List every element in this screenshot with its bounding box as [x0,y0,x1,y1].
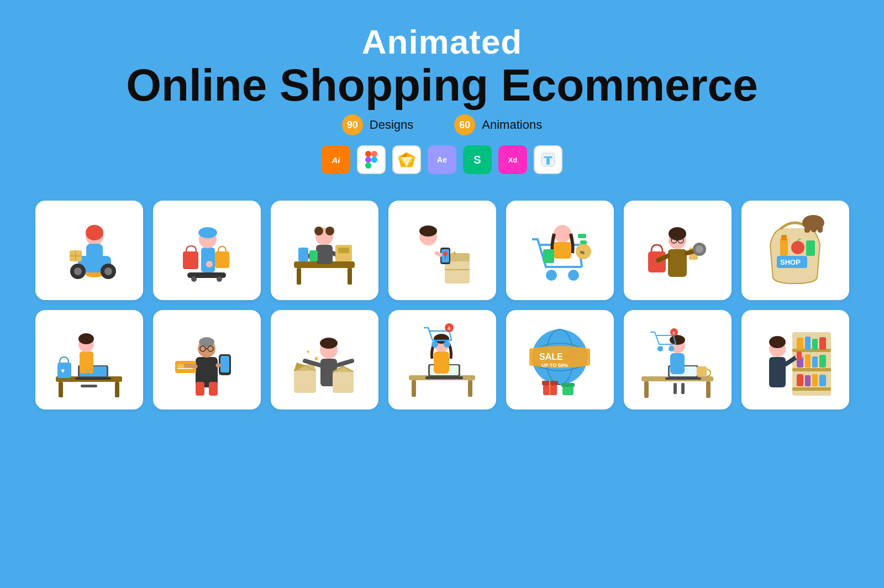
svg-rect-165 [670,353,685,374]
svg-rect-46 [338,248,349,253]
svg-rect-94 [59,382,63,397]
designs-badge-number: 90 [342,114,363,135]
svg-point-31 [217,276,222,282]
svg-point-102 [78,333,94,344]
svg-text:UP TO 50%: UP TO 50% [541,363,568,368]
svg-rect-2 [365,157,371,163]
svg-rect-121 [294,371,316,393]
svg-rect-187 [819,375,826,386]
badges-row: 90 Designs 60 Animations [126,114,758,135]
svg-point-87 [791,241,804,254]
card-woman-laptop-cart: 4 [388,310,496,410]
cards-row-2: ♥ 🛒 [33,310,851,410]
svg-rect-95 [115,382,119,397]
card-woman-shelf-products [741,310,849,410]
svg-point-20 [74,267,82,275]
svg-point-37 [206,261,213,267]
cards-section: ★ % [33,201,851,410]
svg-point-56 [419,225,437,237]
animations-badge-label: Animations [482,118,542,132]
svg-text:%: % [580,250,585,255]
card-sale-globe-balloon: SALE UP TO 50% [506,310,614,410]
svg-rect-108 [209,382,218,396]
svg-point-62 [546,270,557,281]
svg-rect-181 [805,354,811,368]
svg-point-49 [314,227,323,235]
svg-text:♥: ♥ [61,367,65,375]
svg-point-140 [432,341,438,348]
svg-point-127 [320,338,338,349]
svg-rect-159 [673,383,677,394]
card-shopping-basket: SHOP [741,201,849,300]
aftereffects-icon: Ae [428,145,456,174]
card-woman-shopping-bags [624,201,732,300]
svg-text:🛒: 🛒 [85,369,91,374]
svg-rect-65 [554,242,571,259]
card-man-open-boxes: ★ ★ ★ [271,310,378,410]
svg-text:4: 4 [448,326,450,331]
illustrator-icon: Ai [322,145,350,174]
svg-point-3 [371,157,377,163]
svg-rect-133 [468,380,472,397]
card-cashier-checkout [271,201,378,300]
svg-text:SHOP: SHOP [780,258,801,266]
svg-rect-47 [298,248,308,261]
svg-text:3: 3 [672,330,675,335]
svg-rect-40 [348,268,352,285]
svg-point-50 [325,227,334,235]
svg-rect-182 [812,356,818,368]
svg-point-59 [443,251,448,256]
svg-line-129 [337,361,352,365]
svg-rect-160 [681,383,685,394]
svg-rect-32 [201,248,215,272]
card-woman-shopping-cart: % [506,201,614,300]
svg-rect-24 [87,244,102,260]
svg-point-64 [554,225,571,243]
svg-rect-14 [544,156,552,158]
card-delivery-scooter [35,201,143,300]
svg-rect-85 [780,238,788,256]
svg-rect-158 [706,381,711,398]
svg-rect-184 [797,374,803,386]
animations-badge-number: 60 [454,114,475,135]
svg-rect-99 [75,377,111,380]
svg-point-110 [199,337,214,347]
svg-rect-4 [365,162,371,169]
svg-point-30 [191,276,197,282]
svg-rect-163 [665,377,701,380]
svg-rect-132 [412,380,416,397]
svg-rect-48 [309,250,318,261]
svg-rect-174 [792,368,831,371]
svg-rect-183 [819,355,826,368]
svg-line-117 [186,365,196,366]
svg-point-167 [670,335,685,345]
svg-text:★: ★ [452,250,457,256]
header-section: Animated Online Shopping Ecommerce 90 De… [126,22,758,190]
svg-line-61 [436,253,440,255]
svg-rect-178 [812,339,818,350]
svg-rect-70 [580,240,587,244]
designs-badge-label: Designs [370,118,413,132]
svg-point-73 [669,227,686,240]
sketch-icon [392,145,421,174]
svg-point-169 [669,346,674,351]
svg-rect-68 [543,249,554,263]
svg-point-22 [104,267,112,275]
svg-rect-154 [561,383,575,387]
svg-rect-39 [297,268,301,285]
svg-rect-176 [797,338,803,350]
svg-line-77 [687,251,693,253]
svg-rect-137 [434,351,449,374]
svg-rect-1 [371,151,377,157]
svg-rect-15 [546,158,550,165]
figma-icon [357,145,386,174]
svg-text:SALE: SALE [539,352,563,361]
svg-point-25 [86,225,103,240]
svg-rect-185 [805,375,811,386]
svg-rect-0 [365,151,371,157]
svgator-icon: S [463,145,492,174]
svg-rect-54 [420,245,436,270]
svg-rect-96 [81,385,97,387]
svg-rect-86 [781,235,787,240]
svg-point-168 [657,346,663,351]
